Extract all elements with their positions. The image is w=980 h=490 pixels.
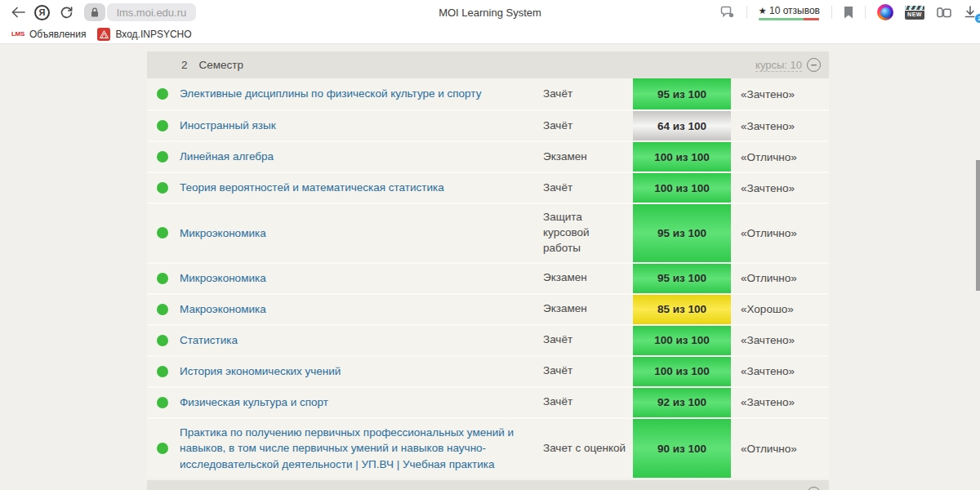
- grade-value: «Зачтено»: [731, 111, 829, 140]
- course-row: Микроэкономика Защита курсовой работы 95…: [147, 203, 829, 262]
- course-link[interactable]: Микроэкономика: [180, 225, 266, 242]
- course-row: Физическая культура и спорт Зачёт 92 из …: [147, 386, 829, 417]
- assessment-type: Зачёт: [543, 173, 633, 203]
- semester-title: 2 Семестр: [181, 59, 243, 71]
- semester-2-header: 2 Семестр курсы: 10 −: [147, 51, 829, 78]
- downloads-count-badge: 2: [974, 13, 980, 24]
- separator: [746, 6, 747, 19]
- course-row: Иностранный язык Зачёт 64 из 100 «Зачтен…: [147, 109, 829, 140]
- browser-toolbar: Я lms.moi.edu.ru MOI Learning System ★ 1…: [0, 0, 980, 24]
- assessment-type: Зачёт: [543, 111, 633, 140]
- status-dot-icon: [157, 182, 168, 194]
- assessment-type: Зачет с оценкой: [543, 419, 633, 479]
- course-link[interactable]: Теория вероятностей и математическая ста…: [180, 180, 444, 196]
- course-link[interactable]: Элективные дисциплины по физической куль…: [180, 86, 481, 102]
- grade-value: «Отлично»: [731, 142, 829, 172]
- course-row: Практика по получению первичных професси…: [147, 417, 829, 479]
- course-row: Статистика Зачёт 100 из 100 «Зачтено»: [147, 324, 829, 355]
- page-title: MOI Learning System: [439, 0, 541, 24]
- refresh-button[interactable]: [55, 2, 78, 23]
- reviews-rating-bar: [759, 18, 819, 20]
- grade-value: «Зачтено»: [731, 326, 829, 355]
- status-dot-icon: [157, 227, 168, 238]
- status-dot-icon: [157, 88, 168, 100]
- course-row: Макроэкономика Экзамен 85 из 100 «Хорошо…: [147, 293, 829, 324]
- bookmarks-bar: LMS Объявления Вход.INPSYCHO: [0, 24, 980, 44]
- status-dot-icon: [157, 443, 168, 454]
- course-row: Линейная алгебра Экзамен 100 из 100 «Отл…: [147, 140, 829, 172]
- grade-value: «Зачтено»: [731, 78, 829, 109]
- site-reviews-button[interactable]: ★ 10 отзывов: [759, 5, 820, 20]
- course-link[interactable]: Иностранный язык: [180, 118, 276, 134]
- status-dot-icon: [157, 335, 168, 346]
- assessment-type: Экзамен: [543, 264, 633, 293]
- score-cell: 95 из 100: [633, 204, 731, 262]
- address-bar[interactable]: lms.moi.edu.ru: [84, 3, 196, 21]
- secure-lock-badge[interactable]: [84, 3, 105, 21]
- bookmark-label: Вход.INPSYCHO: [115, 29, 191, 40]
- grade-value: «Зачтено»: [731, 357, 829, 386]
- grade-value: «Хорошо»: [731, 295, 829, 324]
- score-cell: 64 из 100: [633, 111, 731, 140]
- course-rows: Элективные дисциплины по физической куль…: [147, 78, 829, 478]
- status-dot-icon: [157, 304, 168, 315]
- status-dot-icon: [157, 397, 168, 408]
- assessment-type: Зачёт: [543, 326, 633, 355]
- course-link[interactable]: История экономических учений: [180, 363, 341, 380]
- course-link[interactable]: Линейная алгебра: [180, 149, 274, 165]
- new-videos-icon[interactable]: NEW: [905, 6, 924, 20]
- course-link[interactable]: Практика по получению первичных професси…: [180, 425, 533, 473]
- bookmark-inpsycho-login[interactable]: Вход.INPSYCHO: [94, 26, 194, 42]
- collapse-semester-button[interactable]: −: [807, 58, 821, 72]
- downloads-button[interactable]: 2: [964, 2, 980, 23]
- score-cell: 92 из 100: [633, 388, 731, 417]
- course-link[interactable]: Статистика: [180, 332, 238, 349]
- lock-icon: [91, 7, 99, 17]
- courses-count-link[interactable]: курсы: 10: [755, 59, 802, 72]
- expand-semester-button[interactable]: +: [807, 487, 821, 490]
- bookmark-announcements[interactable]: LMS Объявления: [8, 27, 89, 42]
- score-cell: 100 из 100: [633, 142, 731, 172]
- bookmark-flag-icon[interactable]: [844, 7, 853, 19]
- score-cell: 90 из 100: [633, 419, 731, 479]
- course-link[interactable]: Физическая культура и спорт: [180, 394, 328, 411]
- toolbar-right-cluster: ★ 10 отзывов NEW 2: [720, 0, 980, 24]
- back-button[interactable]: [7, 2, 29, 23]
- semester-word: Семестр: [199, 59, 244, 71]
- grade-value: «Отлично»: [731, 204, 829, 262]
- grade-value: «Зачтено»: [731, 173, 829, 203]
- course-row: Теория вероятностей и математическая ста…: [147, 172, 829, 203]
- lms-page: 2 Семестр курсы: 10 − Элективные дисципл…: [0, 44, 980, 489]
- score-cell: 85 из 100: [633, 295, 731, 324]
- semester-3-header: 3 Семестр курсы: 10 +: [147, 480, 829, 490]
- grade-value: «Отлично»: [731, 419, 829, 479]
- collections-icon[interactable]: [936, 6, 952, 19]
- protect-icon[interactable]: [720, 6, 735, 19]
- separator: [865, 6, 866, 19]
- url-text[interactable]: lms.moi.edu.ru: [107, 3, 196, 21]
- refresh-icon: [60, 7, 73, 19]
- grade-value: «Зачтено»: [731, 388, 829, 417]
- status-dot-icon: [157, 151, 168, 163]
- gradebook-table: 2 Семестр курсы: 10 − Элективные дисципл…: [147, 51, 829, 490]
- pyramid-favicon: [97, 28, 110, 41]
- course-row: Элективные дисциплины по физической куль…: [147, 78, 829, 109]
- reviews-label: ★ 10 отзывов: [759, 5, 820, 16]
- assessment-type: Экзамен: [543, 295, 633, 324]
- score-cell: 95 из 100: [633, 264, 731, 293]
- score-cell: 100 из 100: [633, 326, 731, 355]
- course-row: Микроэкономика Экзамен 95 из 100 «Отличн…: [147, 262, 829, 293]
- assessment-type: Защита курсовой работы: [543, 204, 633, 262]
- semester-number: 2: [181, 59, 188, 71]
- bookmark-label: Объявления: [29, 29, 86, 40]
- course-link[interactable]: Макроэкономика: [180, 301, 266, 318]
- course-row: История экономических учений Зачёт 100 и…: [147, 355, 829, 386]
- yandex-icon[interactable]: Я: [34, 5, 50, 20]
- extension-orb-icon[interactable]: [877, 4, 893, 20]
- score-cell: 100 из 100: [633, 173, 731, 203]
- course-link[interactable]: Микроэкономика: [180, 270, 266, 287]
- lms-favicon: LMS: [11, 30, 24, 38]
- vertical-scrollbar[interactable]: [976, 160, 980, 291]
- score-cell: 95 из 100: [633, 78, 731, 109]
- new-badge-label: NEW: [905, 11, 924, 19]
